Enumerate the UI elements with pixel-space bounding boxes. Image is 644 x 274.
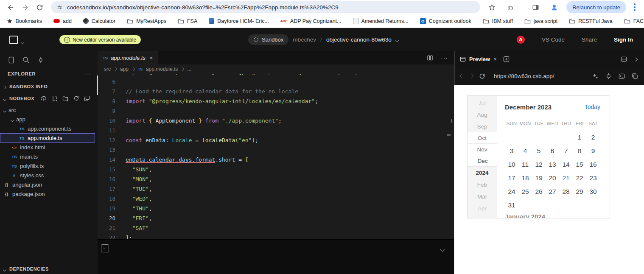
- chevron-right-icon[interactable]: [634, 55, 637, 63]
- console-terminal-icon[interactable]: [619, 73, 625, 79]
- explorer-file-icon[interactable]: [7, 56, 15, 64]
- calendar-date[interactable]: 9: [586, 144, 600, 158]
- extensions-icon[interactable]: [504, 1, 517, 14]
- bookmark-item[interactable]: add: [53, 18, 72, 24]
- url-bar[interactable]: codesandbox.io/p/sandbox/objective-canno…: [51, 1, 480, 13]
- calendar-date[interactable]: 24: [505, 185, 518, 199]
- tree-item-src[interactable]: src: [0, 105, 95, 115]
- calendar-date[interactable]: 11: [518, 158, 532, 171]
- calendar-date[interactable]: 4: [518, 144, 532, 158]
- project-chevron-icon[interactable]: [396, 36, 398, 43]
- bookmark-item[interactable]: OCognizant outlook: [420, 18, 471, 24]
- new-file-icon[interactable]: [52, 95, 58, 101]
- code-line[interactable]: 5import { DateInputsModule } from "@prog…: [98, 74, 454, 77]
- breadcrumb-app[interactable]: app: [120, 66, 129, 72]
- bookmark-item[interactable]: MyRestApps: [127, 18, 166, 24]
- calendar-date[interactable]: 20: [546, 171, 559, 185]
- terminal-icon[interactable]: ›_: [101, 244, 109, 252]
- code-line[interactable]: 22];: [98, 233, 454, 240]
- sidebar-resize-handle[interactable]: [97, 75, 98, 95]
- bookmark-item[interactable]: FACETS: [624, 18, 644, 24]
- code-line[interactable]: 13: [98, 145, 454, 155]
- calendar-date[interactable]: 6: [546, 144, 559, 158]
- calendar-date[interactable]: 10: [505, 158, 518, 171]
- console-expand-chevron-icon[interactable]: [441, 245, 445, 253]
- code-line[interactable]: 12const enData: Locale = localeData("en"…: [98, 135, 454, 145]
- inspect-crosshair-icon[interactable]: [605, 73, 612, 79]
- bookmark-item[interactable]: ★Bookmarks: [7, 17, 42, 25]
- add-preview-tab-icon[interactable]: [503, 56, 510, 62]
- calendar-date[interactable]: 1: [573, 131, 586, 144]
- open-in-new-window-icon[interactable]: [632, 73, 638, 79]
- close-preview-icon[interactable]: ×: [493, 56, 497, 62]
- section-dependencies[interactable]: DEPENDENCIES: [3, 265, 49, 273]
- user-avatar[interactable]: A: [517, 36, 525, 44]
- code-editor[interactable]: 5import { DateInputsModule } from "@prog…: [98, 74, 454, 240]
- collapse-all-icon[interactable]: [84, 95, 90, 101]
- tree-item-angular-json[interactable]: {}angular.json: [0, 180, 95, 189]
- calendar-date[interactable]: 14: [559, 158, 573, 171]
- site-settings-icon[interactable]: [57, 4, 63, 10]
- profile-avatar-icon[interactable]: [548, 1, 560, 14]
- calendar-date[interactable]: 13: [546, 158, 559, 171]
- bookmark-item[interactable]: java script: [524, 18, 557, 24]
- code-line[interactable]: 18 "WED",: [98, 194, 454, 204]
- month-item-sep[interactable]: Sep: [468, 120, 497, 132]
- calendar-date[interactable]: 15: [573, 158, 586, 171]
- calendar-date[interactable]: 8: [573, 144, 586, 158]
- owner-name[interactable]: mbechev: [293, 36, 316, 43]
- calendar-date[interactable]: 19: [532, 171, 546, 185]
- calendar-date[interactable]: 31: [505, 199, 518, 212]
- calendar-date[interactable]: 12: [532, 158, 546, 171]
- tab-app-module-ts[interactable]: TS app.module.ts ×: [98, 51, 158, 64]
- code-line[interactable]: 14enData.calendar.days.format.short = [: [98, 155, 454, 165]
- month-item-may[interactable]: May: [468, 214, 497, 218]
- tab-preview[interactable]: Preview ×: [460, 56, 497, 62]
- calendar-date[interactable]: 23: [586, 171, 600, 185]
- calendar-date[interactable]: 25: [518, 185, 532, 199]
- calendar-date[interactable]: 7: [559, 144, 573, 158]
- preview-url-text[interactable]: https://80w63o.csb.app/: [494, 73, 586, 79]
- code-line[interactable]: 17 "TUE",: [98, 184, 454, 194]
- bookmark-star-icon[interactable]: [485, 1, 498, 14]
- refresh-icon[interactable]: [33, 1, 46, 14]
- code-line[interactable]: 11: [98, 126, 454, 135]
- month-item-dec[interactable]: Dec: [468, 155, 498, 167]
- sandbox-badge[interactable]: Sandbox: [248, 34, 288, 45]
- month-item-aug[interactable]: Aug: [468, 109, 497, 120]
- side-panel-icon[interactable]: [529, 1, 542, 14]
- month-item-2024[interactable]: 2024: [468, 167, 497, 179]
- forward-icon[interactable]: [19, 1, 31, 14]
- calendar-date[interactable]: 22: [573, 171, 586, 185]
- calendar-date[interactable]: 2: [586, 131, 600, 144]
- tree-item-app[interactable]: app: [0, 115, 95, 124]
- new-editor-version-banner[interactable]: ! New editor version available: [59, 35, 141, 44]
- tree-item-main-ts[interactable]: TSmain.ts: [0, 152, 95, 161]
- preview-refresh-icon[interactable]: [479, 73, 485, 79]
- section-nodebox[interactable]: NODEBOX: [0, 92, 98, 104]
- source-control-commit-icon[interactable]: [36, 56, 45, 64]
- tree-item-app-module-ts[interactable]: TSapp.module.ts: [0, 133, 95, 143]
- code-line[interactable]: 19 "THU",: [98, 204, 454, 213]
- calendar-date[interactable]: 17: [505, 171, 518, 185]
- calendar-date[interactable]: 16: [586, 158, 600, 171]
- bookmark-item[interactable]: FSA: [178, 18, 197, 24]
- code-line[interactable]: 10import { AppComponent } from "./app.co…: [98, 116, 454, 126]
- month-item-jul[interactable]: Jul: [468, 97, 497, 109]
- calendar-date[interactable]: 26: [532, 185, 546, 199]
- bookmark-item[interactable]: ADPADP Pay Cognizant...: [280, 18, 342, 24]
- workspace-chevron-icon[interactable]: [21, 38, 24, 45]
- tree-item-package-json[interactable]: {}package.json: [0, 189, 95, 199]
- ai-sparkle-icon[interactable]: [592, 73, 599, 79]
- month-item-feb[interactable]: Feb: [468, 179, 497, 190]
- breadcrumb-file[interactable]: app.module.ts: [146, 66, 178, 72]
- editor-more-icon[interactable]: ···: [441, 54, 448, 61]
- share-button[interactable]: Share: [582, 36, 597, 43]
- bookmark-item[interactable]: IBM stuff: [483, 18, 513, 24]
- breadcrumb-symbol[interactable]: ...: [187, 66, 191, 72]
- browser-menu-icon[interactable]: [634, 6, 636, 8]
- tree-item-app-component-ts[interactable]: TSapp.component.ts: [0, 124, 95, 133]
- bookmark-item[interactable]: Amended Returns...: [353, 18, 409, 24]
- explorer-more-icon[interactable]: ···: [84, 70, 91, 77]
- code-line[interactable]: 7// Load the required calendar data for …: [98, 87, 454, 96]
